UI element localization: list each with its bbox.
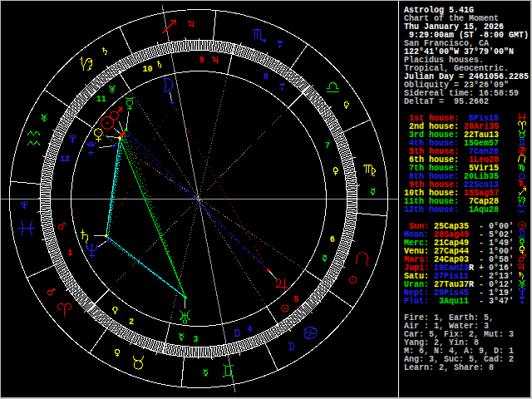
svg-text:12th house:: 12th house: (404, 205, 459, 214)
svg-text:11: 11 (96, 95, 106, 104)
svg-text:DeltaT = 95.2662: DeltaT = 95.2662 (404, 97, 489, 106)
svg-text:2: 2 (129, 318, 134, 327)
svg-text:3: 3 (194, 335, 199, 344)
svg-text:Learn: 2, Share: 8: Learn: 2, Share: 8 (404, 363, 494, 372)
svg-text:R: R (469, 264, 474, 273)
svg-text:- 3°47': - 3°47' (479, 297, 514, 306)
svg-text:6: 6 (330, 235, 335, 244)
svg-text:10: 10 (142, 65, 152, 74)
svg-text:5: 5 (293, 295, 298, 304)
svg-text:7: 7 (325, 141, 330, 150)
svg-text:4: 4 (247, 325, 252, 334)
svg-text:1: 1 (67, 249, 72, 258)
svg-text:9: 9 (199, 56, 204, 65)
svg-text:3Aqu11: 3Aqu11 (434, 297, 469, 306)
svg-text:8: 8 (264, 72, 268, 81)
svg-text:12: 12 (60, 155, 70, 164)
svg-text:Plut:: Plut: (404, 297, 429, 306)
svg-text:1Aqu28: 1Aqu28 (464, 205, 499, 214)
svg-text:R: R (469, 280, 474, 289)
